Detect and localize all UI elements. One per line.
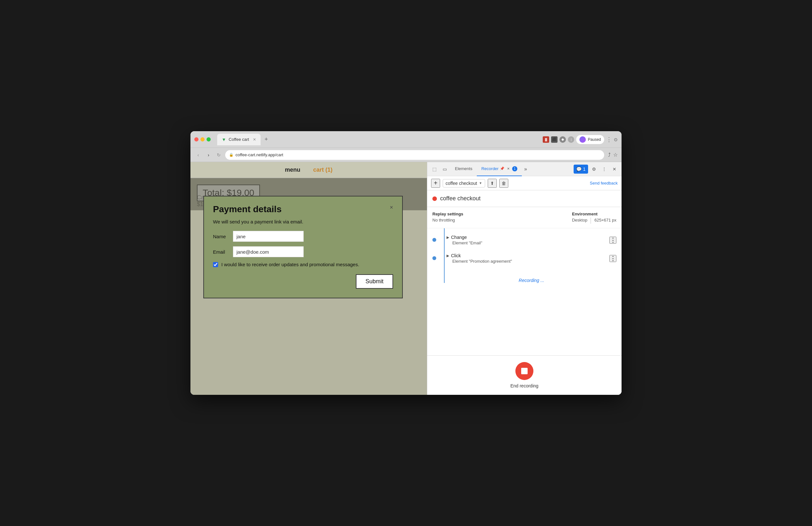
devtools-settings-icon[interactable]: ⚙ xyxy=(589,165,598,174)
upload-button[interactable]: ⬆ xyxy=(488,179,497,188)
tab-recorder[interactable]: Recorder 📌 ✕ 1 xyxy=(477,162,522,176)
extensions-area: ▓ ⬛ ◆ | Paused ⋮ ⊙ xyxy=(543,135,618,144)
tab-close-icon[interactable]: ✕ xyxy=(253,137,256,142)
maximize-traffic-light[interactable] xyxy=(206,137,211,141)
timeline-area: ▶ Change Element "Email" ⋮ xyxy=(427,228,622,355)
nav-cart-link[interactable]: cart (1) xyxy=(313,167,332,173)
extension-icon-4: | xyxy=(568,136,574,143)
new-tab-button[interactable]: + xyxy=(262,135,271,144)
event2-header: ▶ Click xyxy=(447,253,512,258)
event1-expand-icon[interactable]: ▶ xyxy=(447,235,449,240)
recording-indicator: Recording ... xyxy=(447,271,617,289)
globe-settings-icon[interactable]: ⊙ xyxy=(614,137,618,142)
event2-content: ▶ Click Element "Promotion agreement" ⋮ xyxy=(447,253,617,264)
recorder-pin-icon: 📌 xyxy=(500,167,505,171)
timeline-event-change: ▶ Change Element "Email" ⋮ xyxy=(447,235,617,245)
name-input[interactable] xyxy=(233,231,304,242)
user-avatar xyxy=(579,136,586,143)
recording-name: coffee checkout xyxy=(440,195,481,202)
add-recording-button[interactable]: + xyxy=(431,179,440,188)
nav-menu-link[interactable]: menu xyxy=(285,167,300,173)
extension-icon-1: ▓ xyxy=(543,136,549,143)
event2-sub: Element "Promotion agreement" xyxy=(447,259,512,264)
recorder-toolbar: + coffee checkout ▼ ⬆ 🗑 Send feedback xyxy=(427,176,622,190)
delete-button[interactable]: 🗑 xyxy=(499,179,508,188)
active-tab[interactable]: ▼ Coffee cart ✕ xyxy=(217,134,261,145)
devtools-toolbar: ⬚ ▭ Elements Recorder 📌 ✕ 1 » xyxy=(427,162,622,176)
tab-elements[interactable]: Elements xyxy=(450,162,477,176)
modal-header: Payment details × xyxy=(213,204,393,214)
selector-chevron-icon: ▼ xyxy=(479,181,482,185)
environment-device: Desktop xyxy=(572,218,588,223)
event2-more-button[interactable]: ⋮ xyxy=(609,255,617,262)
event1-name: Change xyxy=(451,235,467,240)
more-tabs-button[interactable]: » xyxy=(522,165,530,173)
checkbox-row: I would like to receive order updates an… xyxy=(213,262,393,267)
address-bar[interactable]: 🔒 coffee-cart.netlify.app/cart xyxy=(225,150,604,160)
back-button[interactable]: ‹ xyxy=(194,151,202,159)
tab-favicon: ▼ xyxy=(222,137,226,142)
paused-label: Paused xyxy=(588,137,601,142)
close-traffic-light[interactable] xyxy=(194,137,199,141)
event1-header: ▶ Change xyxy=(447,235,482,240)
browser-window: ▼ Coffee cart ✕ + ▓ ⬛ ◆ | Paused ⋮ ⊙ ‹ ›… xyxy=(190,131,622,395)
timeline-event-click: ▶ Click Element "Promotion agreement" ⋮ xyxy=(447,253,617,264)
timeline-line-wrap: ▶ Change Element "Email" ⋮ xyxy=(427,228,622,296)
recording-name-row: coffee checkout xyxy=(427,190,622,207)
recording-selector-text: coffee checkout xyxy=(446,181,477,186)
event2-expand-icon[interactable]: ▶ xyxy=(447,254,449,258)
minimize-traffic-light[interactable] xyxy=(200,137,205,141)
submit-button[interactable]: Submit xyxy=(356,274,393,289)
checkbox-label: I would like to receive order updates an… xyxy=(221,262,359,267)
modal-close-button[interactable]: × xyxy=(390,204,393,211)
extension-icon-3: ◆ xyxy=(560,136,566,143)
title-bar: ▼ Coffee cart ✕ + ▓ ⬛ ◆ | Paused ⋮ ⊙ xyxy=(190,131,622,148)
tab-title: Coffee cart xyxy=(229,137,249,142)
replay-settings-right: Environment Desktop │ 625×671 px xyxy=(572,212,617,223)
end-recording-area: End recording xyxy=(427,355,622,395)
email-form-row: Email xyxy=(213,246,393,257)
name-form-row: Name xyxy=(213,231,393,242)
tab-bar: ▼ Coffee cart ✕ + xyxy=(217,134,271,145)
devtools-chat-icon[interactable]: 💬 1 xyxy=(574,165,588,174)
forward-button[interactable]: › xyxy=(205,151,212,159)
more-options-icon[interactable]: ⋮ xyxy=(606,136,612,143)
reload-button[interactable]: ↻ xyxy=(215,151,223,159)
event1-content: ▶ Change Element "Email" ⋮ xyxy=(447,235,617,245)
site-content: Total: $19.00 Ca...$1... Payment details… xyxy=(190,178,427,210)
url-text: coffee-cart.netlify.app/cart xyxy=(235,152,283,157)
environment-size: 625×671 px xyxy=(595,218,617,223)
site-nav: menu cart (1) xyxy=(190,162,427,178)
paused-badge[interactable]: Paused xyxy=(576,135,604,144)
modal-title: Payment details xyxy=(213,204,281,214)
recording-selector[interactable]: coffee checkout ▼ xyxy=(443,179,485,187)
event2-dot xyxy=(432,256,436,260)
stop-icon xyxy=(521,368,527,374)
submit-button-wrap: Submit xyxy=(213,274,393,289)
env-divider: │ xyxy=(589,218,593,223)
payment-modal: Payment details × We will send you a pay… xyxy=(203,196,403,298)
event1-more-button[interactable]: ⋮ xyxy=(609,237,617,244)
device-toggle-icon[interactable]: ▭ xyxy=(440,165,449,174)
event1-main: ▶ Change Element "Email" xyxy=(447,235,482,245)
event2-main: ▶ Click Element "Promotion agreement" xyxy=(447,253,512,264)
devtools-more-icon[interactable]: ⋮ xyxy=(600,165,609,174)
website-pane: menu cart (1) Total: $19.00 Ca...$1... P… xyxy=(190,162,427,395)
promotion-checkbox[interactable] xyxy=(213,262,218,267)
replay-throttle-value: No throttling xyxy=(432,218,463,223)
event2-name: Click xyxy=(451,253,461,258)
main-area: menu cart (1) Total: $19.00 Ca...$1... P… xyxy=(190,162,622,395)
recorder-tab-close-icon[interactable]: ✕ xyxy=(506,166,511,171)
end-recording-label: End recording xyxy=(510,383,538,388)
share-icon[interactable]: ⤴ xyxy=(608,152,611,158)
replay-settings: Replay settings No throttling Environmen… xyxy=(427,207,622,228)
devtools-tabs: Elements Recorder 📌 ✕ 1 » xyxy=(450,162,530,176)
devtools-close-icon[interactable]: ✕ xyxy=(610,165,619,174)
recorder-badge: 1 xyxy=(512,166,517,171)
star-icon[interactable]: ☆ xyxy=(613,152,618,158)
send-feedback-link[interactable]: Send feedback xyxy=(590,181,618,185)
end-recording-button[interactable] xyxy=(516,362,533,380)
recording-status-dot xyxy=(432,196,437,201)
email-input[interactable] xyxy=(233,246,304,257)
element-picker-icon[interactable]: ⬚ xyxy=(430,165,439,174)
